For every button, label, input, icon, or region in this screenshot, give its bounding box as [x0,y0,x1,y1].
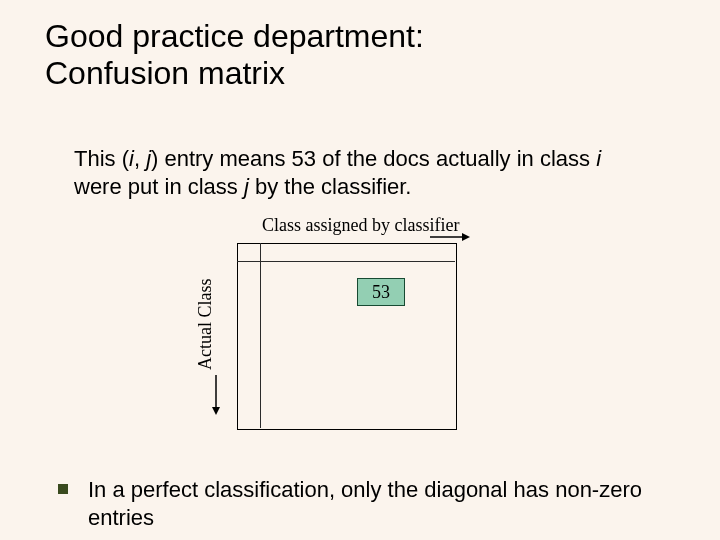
svg-marker-3 [212,407,220,415]
matrix-inner-vline [260,243,261,428]
desc-frag: ) entry means 53 of the docs actually in… [151,146,596,171]
desc-frag: This ( [74,146,129,171]
bullet-text: In a perfect classification, only the di… [88,476,688,531]
matrix-inner-hline [237,261,455,262]
bullet-square-icon [58,484,68,494]
title-line-1: Good practice department: [45,18,424,54]
arrow-down-icon [211,375,221,415]
description-text: This (i, j) entry means 53 of the docs a… [74,145,634,200]
matrix-cell-value: 53 [372,282,390,303]
desc-frag: , [134,146,146,171]
arrow-right-icon [430,232,470,242]
matrix-cell-highlight: 53 [357,278,405,306]
slide: Good practice department: Confusion matr… [0,0,720,540]
confusion-matrix-box [237,243,457,430]
svg-marker-1 [462,233,470,241]
title-line-2: Confusion matrix [45,55,285,91]
bullet-item: In a perfect classification, only the di… [58,476,688,531]
slide-title: Good practice department: Confusion matr… [45,18,424,92]
desc-frag: by the classifier. [249,174,412,199]
desc-var-i: i [596,146,601,171]
desc-frag: were put in class [74,174,244,199]
axis-label-left: Actual Class [195,279,216,371]
